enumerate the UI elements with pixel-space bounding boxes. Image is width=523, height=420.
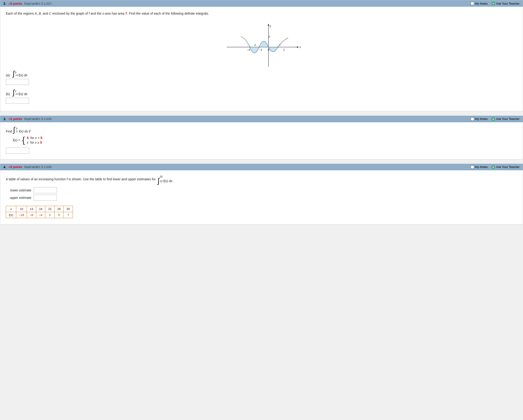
svg-text:x: x	[299, 45, 301, 49]
q3-case-1: 5 for x < 5	[27, 136, 42, 140]
q3-piecewise: f(x) = { 5 for x < 5 x for x ≥ 5	[13, 136, 517, 144]
integral-symbol-b: ∫	[13, 89, 15, 96]
q3-find-text: Find	[6, 129, 12, 133]
svg-marker-2	[297, 46, 299, 48]
question-4: 4. –/2 points SApCalcBr1 5.1.029. My Not…	[0, 164, 523, 225]
svg-text:–4: –4	[247, 48, 250, 52]
plus-circle-icon-q3: +	[491, 117, 495, 121]
q3-integral-symbol: ∫	[13, 127, 15, 133]
plus-circle-icon: +	[491, 2, 495, 5]
q2-body: Each of the regions A, B, and C enclosed…	[0, 7, 523, 111]
q2-ask-teacher-button[interactable]: + Ask Your Teacher	[491, 2, 520, 5]
q4-integral-bounds: 30 10	[160, 174, 163, 184]
q4-course: SApCalcBr1 5.1.029.	[24, 165, 52, 169]
svg-text:y: y	[270, 24, 271, 28]
question-3: 3. –/1 points SApCalcBr1 5.1.024. My Not…	[0, 116, 523, 159]
table-x-header: x	[6, 206, 16, 212]
table-x-14: 14	[27, 206, 36, 212]
q4-ask-teacher-button[interactable]: + Ask Your Teacher	[491, 165, 520, 169]
q3-case1-value: 5	[27, 136, 29, 140]
table-fx-header: f(x)	[6, 212, 16, 218]
table-fx-26: 5	[54, 212, 63, 218]
q4-upper-answer[interactable]	[34, 195, 57, 201]
svg-text:–2: –2	[259, 48, 262, 52]
q2-parta-integral: (a) ∫ 0 –4 f(x) dx	[6, 70, 517, 77]
q3-fx-label: f(x) =	[13, 138, 20, 142]
q2-description: Each of the regions A, B, and C enclosed…	[6, 11, 517, 16]
q4-integral-expr: f(x) dx.	[163, 178, 173, 184]
q3-cases: 5 for x < 5 x for x ≥ 5	[27, 136, 42, 144]
q2-points: –/2 points	[8, 2, 22, 5]
q3-upper: 9	[16, 127, 17, 130]
table-x-10: 10	[16, 206, 27, 212]
q3-case2-value: x	[27, 141, 28, 144]
q2-header-left: 2. –/2 points SApCalcBr1 5.1.017.	[3, 2, 52, 5]
q2-parta-bounds: 0 –4	[15, 71, 18, 77]
q2-part-a: (a) ∫ 0 –4 f(x) dx	[6, 70, 517, 85]
q2-part-b: (b) ∫ 2 –4 f(x) dx	[6, 89, 517, 104]
question-4-header: 4. –/2 points SApCalcBr1 5.1.029. My Not…	[0, 164, 523, 170]
q3-my-notes-button[interactable]: My Notes	[471, 117, 488, 121]
table-row-fx: f(x) –18 –6 –4 2 5 7	[6, 212, 73, 218]
notes-icon-q3	[471, 117, 474, 121]
table-x-22: 22	[45, 206, 54, 212]
q3-find-line: Find ∫ 9 0 f(x) dx if	[6, 127, 517, 133]
q4-lower-estimate-row: lower estimate	[6, 187, 517, 193]
table-x-18: 18	[36, 206, 45, 212]
q2-partb-expr: f(x) dx	[18, 92, 27, 96]
q4-description-line: A table of values of an increasing funct…	[6, 174, 517, 184]
q4-lower-answer[interactable]	[34, 187, 57, 193]
q2-parta-lower: –4	[15, 74, 18, 77]
svg-text:B: B	[268, 35, 270, 39]
q2-graph: x y –4 –2 0 2 A B C	[6, 19, 517, 66]
svg-marker-3	[268, 24, 270, 25]
question-2-header: 2. –/2 points SApCalcBr1 5.1.017. My Not…	[0, 0, 523, 7]
q4-my-notes-label: My Notes	[475, 165, 488, 169]
q3-header-left: 3. –/1 points SApCalcBr1 5.1.024.	[3, 117, 52, 121]
q4-header-right: My Notes + Ask Your Teacher	[471, 165, 520, 169]
q4-upper-estimate-row: upper estimate	[6, 195, 517, 201]
q3-header-right: My Notes + Ask Your Teacher	[471, 117, 520, 121]
q2-partb-answer[interactable]	[6, 98, 29, 104]
q4-points: –/2 points	[8, 165, 22, 169]
svg-text:A: A	[254, 43, 256, 47]
q4-integral-symbol: ∫	[157, 177, 160, 184]
svg-text:2: 2	[283, 48, 285, 52]
q4-number: 4.	[3, 165, 6, 169]
q4-desc-text: A table of values of an increasing funct…	[6, 177, 155, 181]
q3-find-expr: f(x) dx if	[19, 129, 30, 133]
notes-icon-q4	[471, 166, 474, 169]
integral-symbol-a: ∫	[13, 70, 15, 77]
q2-partb-integral: (b) ∫ 2 –4 f(x) dx	[6, 89, 517, 96]
q4-body: A table of values of an increasing funct…	[0, 170, 523, 225]
q4-header-left: 4. –/2 points SApCalcBr1 5.1.029.	[3, 165, 52, 169]
q2-parta-label: (a)	[6, 73, 10, 77]
brace-icon: {	[22, 136, 25, 144]
table-fx-14: –6	[27, 212, 36, 218]
table-fx-22: 2	[45, 212, 54, 218]
table-fx-18: –4	[36, 212, 45, 218]
q2-my-notes-button[interactable]: My Notes	[471, 2, 488, 5]
q3-lower: 0	[16, 130, 17, 133]
q3-ask-teacher-button[interactable]: + Ask Your Teacher	[491, 117, 520, 121]
q2-parta-expr: f(x) dx	[18, 73, 27, 77]
table-row-x: x 10 14 18 22 26 30	[6, 206, 73, 212]
q3-course: SApCalcBr1 5.1.024.	[24, 117, 52, 121]
notes-icon	[471, 2, 474, 5]
q3-integral-bounds: 9 0	[16, 127, 17, 133]
q2-partb-upper: 2	[15, 90, 18, 93]
q4-data-table: x 10 14 18 22 26 30 f(x) –18 –6 –4 2 5 7	[6, 206, 73, 218]
q4-lower: 10	[160, 179, 163, 184]
q2-course: SApCalcBr1 5.1.017.	[24, 2, 52, 5]
q3-case2-cond: for x ≥ 5	[30, 141, 42, 144]
q2-parta-answer[interactable]	[6, 79, 29, 85]
q3-case1-cond: for x < 5	[30, 136, 42, 140]
q3-body: Find ∫ 9 0 f(x) dx if f(x) = { 5 for x <…	[0, 122, 523, 159]
table-fx-30: 7	[64, 212, 73, 218]
table-fx-10: –18	[16, 212, 27, 218]
question-3-header: 3. –/1 points SApCalcBr1 5.1.024. My Not…	[0, 116, 523, 122]
q3-ask-teacher-label: Ask Your Teacher	[496, 117, 520, 121]
q4-my-notes-button[interactable]: My Notes	[471, 165, 488, 169]
q3-answer[interactable]	[6, 148, 29, 154]
q3-case-2: x for x ≥ 5	[27, 141, 42, 144]
